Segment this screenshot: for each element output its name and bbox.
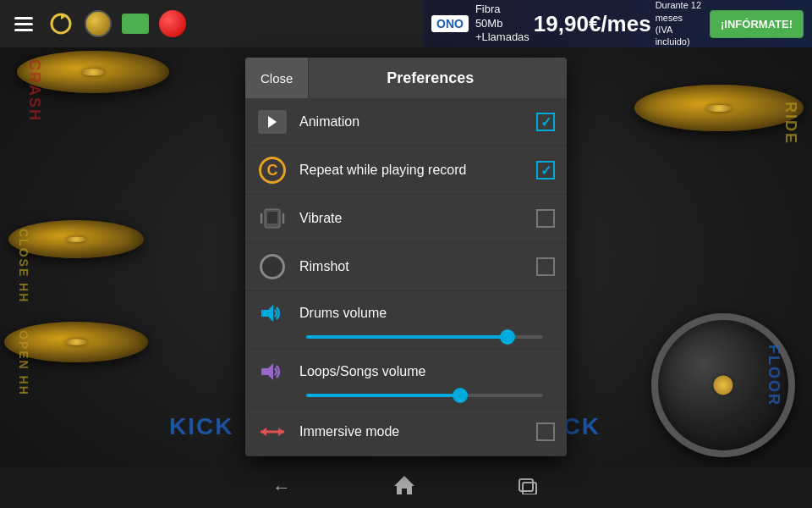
svg-marker-6: [261, 363, 273, 380]
ad-brand: ONO: [431, 15, 469, 32]
rimshot-preference-item[interactable]: Rimshot: [245, 243, 567, 291]
repeat-icon: [257, 155, 288, 185]
svg-marker-9: [278, 428, 284, 436]
ad-cta-button[interactable]: ¡INFÓRMATE!: [710, 10, 804, 38]
bottom-navigation: ←: [0, 467, 812, 508]
animation-label: Animation: [299, 114, 536, 130]
ad-price-detail: Durante 12 meses (IVA incluido): [656, 0, 703, 48]
animation-checkbox[interactable]: [536, 113, 555, 131]
kick-left-label: KICK: [169, 413, 233, 440]
immersive-mode-label: Immersive mode: [299, 424, 536, 439]
repeat-checkbox[interactable]: [536, 161, 555, 179]
recents-button[interactable]: [518, 476, 540, 500]
loops-volume-slider[interactable]: [306, 394, 543, 397]
rimshot-icon: [257, 251, 288, 282]
animation-icon: [257, 107, 288, 137]
close-button[interactable]: Close: [245, 58, 309, 98]
svg-marker-5: [261, 305, 273, 322]
preferences-header: Close Preferences: [245, 58, 567, 98]
advertisement-banner: ONO Fibra 50Mb +Llamadas 19,90€/mes Dura…: [423, 0, 812, 47]
back-button[interactable]: ←: [272, 477, 291, 499]
drums-volume-icon: [257, 298, 288, 329]
repeat-label: Repeat while playing record: [299, 163, 536, 178]
ride-cymbal[interactable]: [634, 85, 804, 131]
ad-text: Fibra 50Mb +Llamadas: [475, 3, 529, 46]
svg-marker-10: [394, 476, 414, 494]
coin-icon[interactable]: [83, 8, 113, 39]
ad-price: 19,90€/mes: [534, 11, 651, 37]
top-navigation-bar: ONO Fibra 50Mb +Llamadas 19,90€/mes Dura…: [0, 0, 812, 47]
drums-volume-label: Drums volume: [299, 306, 555, 321]
menu-icon[interactable]: [8, 8, 39, 39]
loops-volume-row: Loops/Songs volume: [245, 350, 567, 408]
animation-preference-item[interactable]: Animation: [245, 98, 567, 146]
rimshot-checkbox[interactable]: [536, 257, 555, 276]
close-hh-label: CLOSE HH: [17, 229, 30, 303]
floor-label: FLOOR: [765, 345, 782, 406]
svg-marker-8: [261, 428, 266, 436]
drums-volume-row: Drums volume: [245, 291, 567, 350]
vibrate-icon: [257, 203, 288, 234]
record-icon[interactable]: [157, 8, 188, 39]
home-button[interactable]: [392, 474, 416, 501]
immersive-mode-checkbox[interactable]: [536, 422, 555, 441]
preferences-title: Preferences: [309, 69, 551, 87]
preferences-dialog: Close Preferences Animation Repeat while…: [245, 58, 567, 456]
loops-volume-icon: [257, 356, 288, 387]
vibrate-label: Vibrate: [299, 211, 536, 226]
svg-rect-12: [523, 483, 536, 494]
refresh-icon[interactable]: [46, 8, 76, 39]
vibrate-preference-item[interactable]: Vibrate: [245, 195, 567, 243]
vibrate-checkbox[interactable]: [536, 209, 555, 228]
immersive-mode-icon: [257, 417, 288, 447]
green-rect-icon[interactable]: [120, 8, 151, 39]
loops-volume-label: Loops/Songs volume: [299, 364, 555, 379]
immersive-mode-item[interactable]: Immersive mode: [245, 408, 567, 456]
svg-rect-11: [519, 479, 533, 491]
open-hh-label: OPEN HH: [17, 330, 30, 396]
crash-label: CRASH: [25, 59, 43, 122]
rimshot-label: Rimshot: [299, 259, 536, 274]
svg-rect-2: [267, 212, 277, 224]
drums-volume-slider[interactable]: [306, 335, 543, 339]
repeat-preference-item[interactable]: Repeat while playing record: [245, 146, 567, 195]
ride-label: RIDE: [782, 102, 799, 145]
